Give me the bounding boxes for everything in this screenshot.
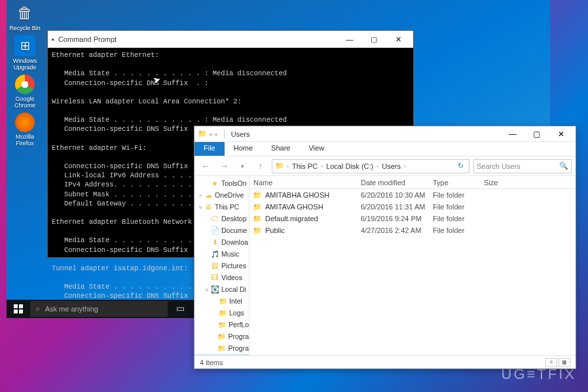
nav-label: Docume [221, 226, 247, 234]
nav-item-progra[interactable]: 📁Progra [194, 342, 249, 354]
file-name: Public [265, 226, 361, 234]
start-button[interactable] [7, 300, 30, 318]
folder-icon: 📁 [275, 162, 284, 170]
dl-icon: ⬇ [210, 238, 219, 246]
nav-item-docume[interactable]: 📄Docume [194, 224, 249, 236]
nav-label: Pictures [221, 262, 246, 270]
crumb-thispc[interactable]: This PC [290, 162, 320, 170]
minimize-button[interactable]: — [502, 127, 524, 141]
file-list[interactable]: 📁AMITABHA GHOSH6/20/2016 10:30 AMFile fo… [249, 189, 576, 355]
search-input[interactable]: Search Users 🔍 [473, 159, 572, 173]
table-row[interactable]: 📁AMITABHA GHOSH6/20/2016 10:30 AMFile fo… [249, 189, 576, 201]
nav-item-progra[interactable]: 📁Progra [194, 330, 249, 342]
table-row[interactable]: 📁AMITAVA GHOSH6/20/2016 11:31 AMFile fol… [249, 201, 576, 213]
cmd-icon: ▪ [52, 35, 54, 43]
windows-upgrade-icon[interactable]: ⊞ Windows Upgrade [9, 35, 41, 71]
cortana-icon: ○ [35, 305, 40, 313]
col-name[interactable]: Name [249, 179, 361, 187]
minimize-button[interactable]: — [339, 32, 361, 46]
column-headers[interactable]: Name Date modified Type Size [249, 176, 576, 189]
col-type[interactable]: Type [433, 179, 484, 187]
folder-icon: 📁 [218, 297, 227, 306]
col-size[interactable]: Size [484, 179, 523, 187]
nav-item-toolson[interactable]: ★ToolsOn [194, 177, 249, 189]
nav-label: OneDrive [215, 191, 244, 199]
close-button[interactable]: ✕ [387, 32, 409, 46]
qat-properties-icon[interactable]: ▫ [210, 130, 212, 138]
nav-item-intel[interactable]: 📁Intel [194, 295, 249, 307]
tab-view[interactable]: View [299, 142, 333, 156]
mozilla-firefox-icon[interactable]: Mozilla Firefox [9, 113, 41, 147]
nav-item-onedrive[interactable]: >☁OneDrive [194, 189, 249, 201]
folder-icon: 📁 [218, 321, 227, 329]
nav-item-this-pc[interactable]: v🖥This PC [194, 201, 249, 213]
cortana-search[interactable]: ○ Ask me anything [30, 301, 168, 317]
folder-icon: 📁 [252, 203, 263, 211]
folder-icon: 📁 [252, 215, 263, 223]
folder-icon: 📁 [217, 344, 226, 353]
qat-newfolder-icon[interactable]: ▫ [215, 130, 217, 138]
content-pane: Name Date modified Type Size 📁AMITABHA G… [249, 176, 576, 355]
folder-icon: 📁 [198, 130, 207, 138]
table-row[interactable]: 📁Default.migrated6/19/2016 9:24 PMFile f… [249, 213, 576, 224]
nav-item-local-di[interactable]: v💽Local Di [194, 283, 249, 295]
svg-rect-1 [19, 304, 23, 308]
folder-icon: 📁 [252, 191, 263, 200]
chevron-icon[interactable]: › [377, 163, 378, 169]
refresh-button[interactable]: ↻ [455, 162, 466, 170]
windows-upgrade-label: Windows Upgrade [9, 58, 41, 71]
folder-icon: 📁 [252, 226, 263, 235]
google-chrome-icon[interactable]: Google Chrome [9, 75, 41, 109]
file-explorer-window[interactable]: 📁 ▫ ▫ Users — ▢ ✕ File Home Share View ←… [194, 126, 576, 369]
address-bar-row: ← → ▾ ↑ 📁 › This PC › Local Disk (C:) › … [194, 156, 576, 176]
close-button[interactable]: ✕ [550, 127, 572, 141]
table-row[interactable]: 📁Public4/27/2016 2:42 AMFile folder [249, 224, 576, 236]
svg-rect-2 [14, 310, 18, 313]
file-name: AMITAVA GHOSH [265, 203, 361, 211]
maximize-button[interactable]: ▢ [363, 32, 385, 46]
nav-item-logs[interactable]: 📁Logs [194, 307, 249, 319]
music-icon: 🎵 [210, 250, 219, 258]
tab-file[interactable]: File [194, 142, 225, 156]
up-button[interactable]: ↑ [253, 159, 268, 173]
tab-share[interactable]: Share [262, 142, 299, 156]
search-placeholder: Search Users [477, 162, 521, 170]
file-date: 4/27/2016 2:42 AM [361, 226, 433, 234]
crumb-localdisk[interactable]: Local Disk (C:) [324, 162, 375, 170]
file-date: 6/20/2016 11:31 AM [361, 203, 433, 211]
chevron-icon[interactable]: › [287, 163, 289, 169]
svg-rect-0 [14, 304, 18, 308]
nav-item-videos[interactable]: 🎞Videos [194, 272, 249, 283]
col-date[interactable]: Date modified [361, 179, 433, 187]
nav-item-downloa[interactable]: ⬇Downloa [194, 236, 249, 248]
tab-home[interactable]: Home [225, 142, 262, 156]
maximize-button[interactable]: ▢ [526, 127, 548, 141]
forward-button[interactable]: → [217, 159, 231, 173]
nav-item-music[interactable]: 🎵Music [194, 248, 249, 260]
cmd-titlebar[interactable]: ▪ Command Prompt — ▢ ✕ [48, 31, 413, 48]
task-view-button[interactable]: ▭ [168, 300, 193, 318]
file-type: File folder [433, 203, 484, 211]
details-view-button[interactable]: ≡ [545, 358, 557, 367]
navigation-pane[interactable]: ★ToolsOn>☁OneDrivev🖥This PC🖵Desktop📄Docu… [194, 176, 249, 355]
back-button[interactable]: ← [198, 159, 213, 173]
desktop-icon: 🖵 [210, 215, 219, 223]
recycle-bin-icon[interactable]: 🗑 Recycle Bin [9, 3, 41, 31]
file-type: File folder [433, 191, 484, 199]
nav-label: This PC [215, 203, 239, 211]
chevron-icon[interactable]: › [404, 163, 406, 169]
nav-item-desktop[interactable]: 🖵Desktop [194, 213, 249, 224]
crumb-users[interactable]: Users [380, 162, 403, 170]
nav-item-pictures[interactable]: 🖼Pictures [194, 260, 249, 272]
icons-view-button[interactable]: ▦ [559, 358, 570, 367]
breadcrumb[interactable]: 📁 › This PC › Local Disk (C:) › Users › … [272, 159, 469, 173]
desktop-icons: 🗑 Recycle Bin ⊞ Windows Upgrade Google C… [9, 3, 41, 147]
explorer-titlebar[interactable]: 📁 ▫ ▫ Users — ▢ ✕ [194, 126, 576, 142]
status-bar: 4 items ≡ ▦ [194, 355, 576, 368]
chevron-icon[interactable]: › [321, 163, 323, 169]
recent-dropdown[interactable]: ▾ [235, 159, 249, 173]
nav-item-perflo[interactable]: 📁PerfLo [194, 319, 249, 330]
nav-label: Desktop [221, 215, 247, 223]
ribbon-tabs: File Home Share View [194, 142, 576, 156]
recycle-bin-label: Recycle Bin [9, 25, 41, 31]
